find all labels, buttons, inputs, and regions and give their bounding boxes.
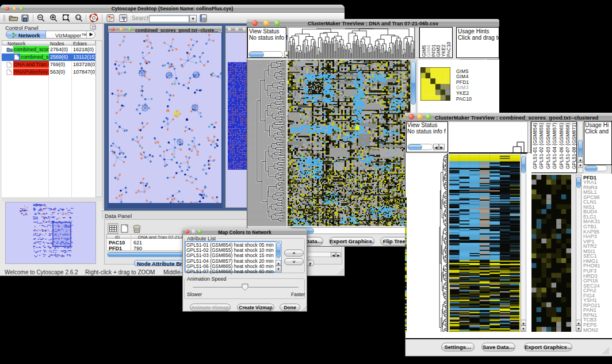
- svg-text:1:1: 1:1: [76, 16, 81, 20]
